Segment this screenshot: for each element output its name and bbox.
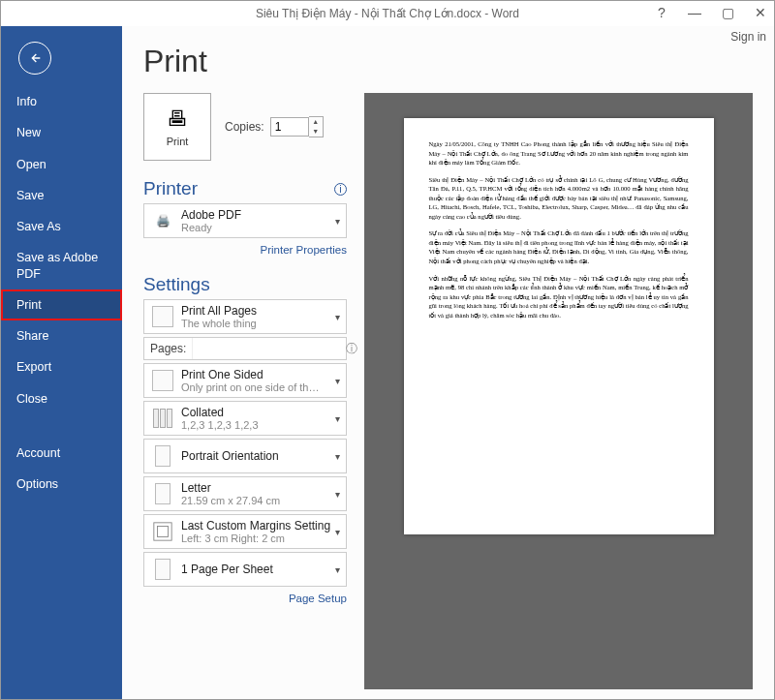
minimize-button[interactable]: — bbox=[685, 5, 704, 20]
one-sided-icon bbox=[150, 368, 175, 393]
copies-down[interactable]: ▼ bbox=[309, 127, 323, 137]
copies-input[interactable] bbox=[270, 117, 309, 137]
window-title: Siêu Thị Điện Máy - Nội Thất Chợ Lớn.doc… bbox=[256, 7, 519, 20]
letter-icon bbox=[150, 481, 175, 506]
arrow-left-icon bbox=[27, 50, 43, 66]
printer-dropdown[interactable]: 🖨️ Adobe PDF Ready ▾ bbox=[143, 203, 347, 238]
portrait-icon bbox=[150, 443, 175, 469]
printer-device-icon: 🖨️ bbox=[150, 208, 175, 233]
sign-in-link[interactable]: Sign in bbox=[730, 30, 766, 44]
sidebar-item-info[interactable]: Info bbox=[1, 86, 122, 117]
pages-input[interactable] bbox=[193, 338, 346, 359]
printer-icon: 🖶 bbox=[167, 107, 188, 132]
sidebar-item-export[interactable]: Export bbox=[1, 351, 122, 382]
margins-icon bbox=[150, 519, 175, 544]
chevron-down-icon: ▾ bbox=[335, 413, 340, 424]
printer-properties-link[interactable]: Printer Properties bbox=[261, 244, 347, 256]
setting-print-scope[interactable]: Print All Pages The whole thing ▾ bbox=[143, 299, 347, 334]
page-heading: Print bbox=[143, 44, 753, 79]
sidebar-item-close[interactable]: Close bbox=[1, 383, 122, 414]
print-preview-area: Ngày 21/05/2001, Công ty TNHH Cao Phong … bbox=[364, 93, 753, 689]
setting-margins[interactable]: Last Custom Margins Setting Left: 3 cm R… bbox=[143, 514, 347, 549]
sidebar-item-new[interactable]: New bbox=[1, 117, 122, 148]
chevron-down-icon: ▾ bbox=[335, 376, 340, 386]
print-button-label: Print bbox=[167, 136, 189, 147]
printer-name: Adobe PDF bbox=[181, 208, 331, 222]
preview-paragraph: Sự ra đời của Siêu thị Điện Máy – Nội Th… bbox=[429, 228, 689, 265]
setting-collation[interactable]: Collated 1,2,3 1,2,3 1,2,3 ▾ bbox=[143, 401, 347, 436]
svg-rect-0 bbox=[154, 523, 171, 540]
sidebar-item-account[interactable]: Account bbox=[1, 438, 122, 469]
chevron-down-icon: ▾ bbox=[335, 451, 340, 462]
maximize-button[interactable]: ▢ bbox=[718, 5, 737, 20]
section-settings-heading: Settings bbox=[143, 274, 210, 295]
setting-paper-size[interactable]: Letter 21.59 cm x 27.94 cm ▾ bbox=[143, 476, 347, 511]
sidebar-item-save[interactable]: Save bbox=[1, 180, 122, 211]
section-printer-heading: Printer bbox=[143, 178, 198, 199]
pages-field[interactable]: Pages: ⓘ bbox=[143, 337, 347, 360]
printer-info-icon[interactable]: i bbox=[334, 183, 347, 196]
help-button[interactable]: ? bbox=[652, 5, 671, 20]
copies-spinner[interactable]: ▲ ▼ bbox=[270, 116, 324, 137]
setting-orientation[interactable]: Portrait Orientation ▾ bbox=[143, 439, 347, 473]
sidebar-item-save-as-pdf[interactable]: Save as Adobe PDF bbox=[1, 242, 122, 289]
page-setup-link[interactable]: Page Setup bbox=[289, 593, 347, 604]
pages-info-icon[interactable]: ⓘ bbox=[346, 341, 357, 357]
svg-rect-1 bbox=[158, 527, 169, 537]
preview-paragraph: Siêu thị Điện Máy – Nội Thất Chợ Lớn có … bbox=[429, 175, 689, 222]
sidebar-item-save-as[interactable]: Save As bbox=[1, 211, 122, 242]
copies-label: Copies: bbox=[225, 120, 264, 134]
preview-paragraph: Ngày 21/05/2001, Công ty TNHH Cao Phong … bbox=[429, 139, 689, 167]
preview-paragraph: Với những nỗ lực không ngừng, Siêu Thị Đ… bbox=[429, 274, 689, 320]
sidebar-item-print[interactable]: Print bbox=[1, 289, 122, 320]
chevron-down-icon: ▾ bbox=[335, 216, 340, 227]
backstage-sidebar: Info New Open Save Save As Save as Adobe… bbox=[1, 26, 122, 699]
setting-pages-per-sheet[interactable]: 1 Page Per Sheet ▾ bbox=[143, 552, 347, 587]
sidebar-item-options[interactable]: Options bbox=[1, 469, 122, 500]
sidebar-item-open[interactable]: Open bbox=[1, 149, 122, 180]
sidebar-item-share[interactable]: Share bbox=[1, 320, 122, 351]
chevron-down-icon: ▾ bbox=[335, 564, 340, 575]
pages-icon bbox=[150, 304, 175, 329]
chevron-down-icon: ▾ bbox=[335, 527, 340, 537]
back-button[interactable] bbox=[18, 42, 51, 75]
close-button[interactable]: ✕ bbox=[751, 5, 770, 20]
collated-icon bbox=[150, 406, 175, 431]
title-bar: Siêu Thị Điện Máy - Nội Thất Chợ Lớn.doc… bbox=[1, 1, 774, 26]
chevron-down-icon: ▾ bbox=[335, 489, 340, 500]
copies-up[interactable]: ▲ bbox=[309, 117, 323, 127]
printer-status: Ready bbox=[181, 222, 331, 233]
chevron-down-icon: ▾ bbox=[335, 312, 340, 322]
setting-sides[interactable]: Print One Sided Only print on one side o… bbox=[143, 363, 347, 398]
page-per-sheet-icon bbox=[150, 557, 175, 582]
print-button[interactable]: 🖶 Print bbox=[143, 93, 211, 161]
preview-page: Ngày 21/05/2001, Công ty TNHH Cao Phong … bbox=[404, 118, 714, 534]
pages-label: Pages: bbox=[144, 338, 193, 359]
